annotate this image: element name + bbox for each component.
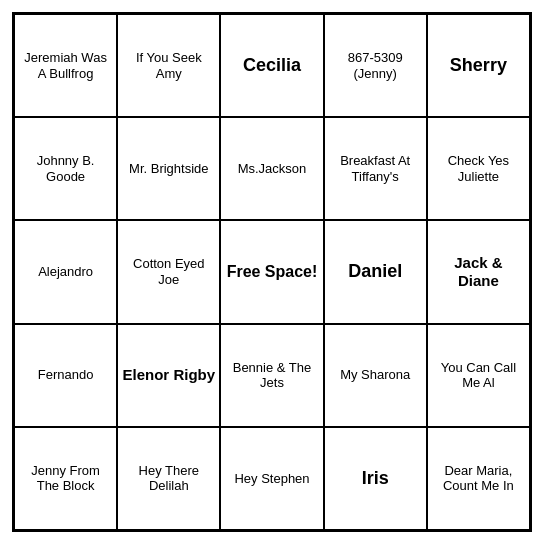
bingo-cell-r1c1: Mr. Brightside — [117, 117, 220, 220]
bingo-cell-r3c1: Elenor Rigby — [117, 324, 220, 427]
bingo-cell-r3c2: Bennie & The Jets — [220, 324, 323, 427]
bingo-cell-r4c2: Hey Stephen — [220, 427, 323, 530]
bingo-board: Jeremiah Was A BullfrogIf You Seek AmyCe… — [12, 12, 532, 532]
bingo-cell-r2c2: Free Space! — [220, 220, 323, 323]
bingo-cell-r0c2: Cecilia — [220, 14, 323, 117]
bingo-cell-r3c3: My Sharona — [324, 324, 427, 427]
bingo-cell-r0c1: If You Seek Amy — [117, 14, 220, 117]
bingo-cell-r3c0: Fernando — [14, 324, 117, 427]
bingo-cell-r2c3: Daniel — [324, 220, 427, 323]
bingo-cell-r0c0: Jeremiah Was A Bullfrog — [14, 14, 117, 117]
bingo-cell-r1c0: Johnny B. Goode — [14, 117, 117, 220]
bingo-cell-r0c3: 867-5309 (Jenny) — [324, 14, 427, 117]
bingo-cell-r2c4: Jack & Diane — [427, 220, 530, 323]
bingo-cell-r4c3: Iris — [324, 427, 427, 530]
bingo-cell-r1c4: Check Yes Juliette — [427, 117, 530, 220]
bingo-cell-r4c0: Jenny From The Block — [14, 427, 117, 530]
bingo-cell-r3c4: You Can Call Me Al — [427, 324, 530, 427]
bingo-cell-r2c0: Alejandro — [14, 220, 117, 323]
bingo-cell-r1c2: Ms.Jackson — [220, 117, 323, 220]
bingo-cell-r4c1: Hey There Delilah — [117, 427, 220, 530]
bingo-cell-r2c1: Cotton Eyed Joe — [117, 220, 220, 323]
bingo-cell-r4c4: Dear Maria, Count Me In — [427, 427, 530, 530]
bingo-cell-r1c3: Breakfast At Tiffany's — [324, 117, 427, 220]
bingo-cell-r0c4: Sherry — [427, 14, 530, 117]
